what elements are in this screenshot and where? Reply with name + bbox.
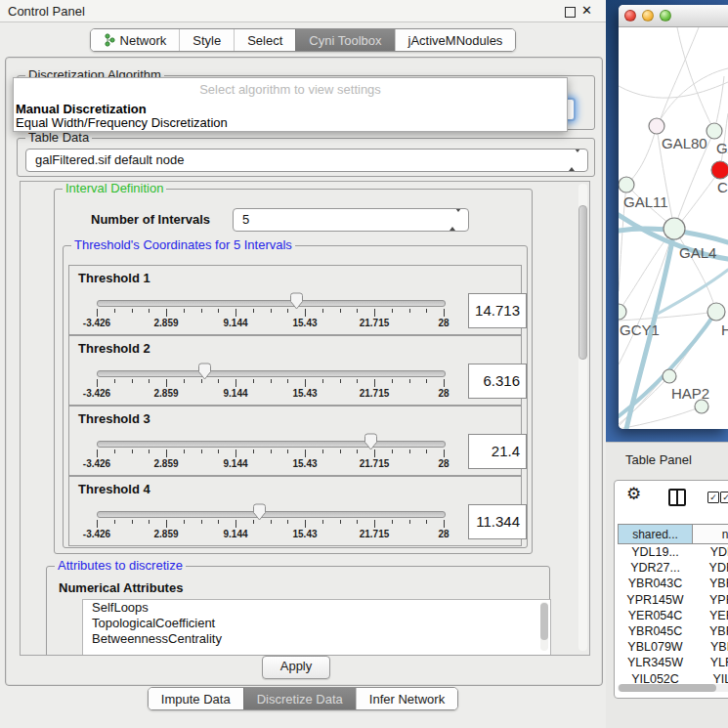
checkbox-checked-icon[interactable]: ✓ (720, 492, 728, 503)
table-row[interactable]: YBR045CYBR0... (618, 623, 728, 639)
tab-discretize-data[interactable]: Discretize Data (243, 688, 356, 709)
slider-thumb[interactable] (197, 363, 212, 380)
tab-infer-network[interactable]: Infer Network (356, 688, 457, 709)
network-node[interactable] (619, 177, 634, 193)
number-of-intervals-spinner[interactable]: 5 (233, 208, 469, 232)
network-node[interactable] (711, 161, 728, 179)
threshold-value-field[interactable]: 11.344 (468, 504, 527, 539)
table-cell: YPR145W (618, 592, 693, 608)
slider-track (97, 441, 446, 448)
tab-label: jActiveMNodules (408, 33, 503, 48)
network-node[interactable] (695, 400, 708, 413)
tab-impute-data[interactable]: Impute Data (149, 688, 243, 709)
threshold-slider[interactable] (97, 291, 444, 311)
attributes-list-scrollbar[interactable] (540, 602, 548, 651)
tab-style[interactable]: Style (179, 29, 234, 51)
attributes-group: Attributes to discretize Numerical Attri… (46, 566, 550, 656)
table-data-combo[interactable]: galFiltered.sif default node (25, 149, 588, 172)
threshold-slider[interactable] (97, 362, 444, 381)
control-panel-titlebar: Control Panel ✕ (0, 0, 606, 22)
slider-thumb[interactable] (364, 433, 378, 450)
table-panel: Table Panel ⚙ ✓ ✓ shared... n... YDL19..… (606, 442, 728, 728)
slider-tick-labels: -3.4262.8599.14415.4321.71528 (97, 529, 444, 540)
threshold-panel: Threshold 411.344-3.4262.8599.14415.4321… (68, 476, 522, 546)
table-cell: YDL1... (693, 544, 728, 560)
table-row[interactable]: YER054CYER0... (618, 608, 728, 623)
settings-vertical-scrollbar[interactable] (578, 184, 587, 651)
attribute-item[interactable]: BetweennessCentrality (83, 631, 550, 647)
network-window-titlebar (619, 5, 728, 27)
network-node[interactable] (619, 304, 626, 320)
slider-thumb[interactable] (289, 292, 304, 310)
algorithm-dropdown-popup: Select algorithm to view settings Manual… (13, 77, 568, 132)
scrollbar-thumb[interactable] (540, 603, 548, 640)
network-node[interactable] (707, 303, 725, 321)
threshold-list: Threshold 114.713-3.4262.8599.14415.4321… (68, 265, 522, 546)
table-panel-body: ⚙ ✓ ✓ shared... n... YDL19...YDL1...YDR2… (614, 480, 728, 699)
algorithm-option-equal-width[interactable]: Equal Width/Frequency Discretization (16, 115, 228, 130)
table-cell: YLR345W (618, 655, 693, 670)
minimize-traffic-light-icon[interactable] (642, 10, 654, 21)
table-cell: YER054C (618, 608, 693, 623)
table-row[interactable]: YDL19...YDL1... (618, 544, 728, 560)
network-node[interactable] (649, 118, 664, 134)
threshold-value-field[interactable]: 14.713 (468, 293, 527, 328)
checkbox-checked-icon[interactable]: ✓ (707, 492, 719, 503)
cyni-toolbox-panel: Discretization Algorithm Table Data galF… (5, 57, 603, 686)
threshold-label: Threshold 1 (78, 271, 150, 285)
tab-network[interactable]: Network (91, 29, 180, 51)
slider-tick-labels: -3.4262.8599.14415.4321.71528 (97, 388, 444, 400)
columns-icon[interactable] (668, 489, 686, 506)
node-label: GA (716, 140, 728, 156)
node-label: GAL4 (679, 244, 716, 261)
scrollbar-thumb[interactable] (578, 205, 587, 360)
network-node[interactable] (663, 369, 676, 383)
tab-jactivemnodules[interactable]: jActiveMNodules (395, 29, 516, 51)
slider-tick-labels: -3.4262.8599.14415.4321.71528 (97, 318, 444, 329)
interval-definition-legend: Interval Definition (63, 181, 166, 195)
table-body: YDL19...YDL1...YDR27...YDR2...YBR043CYBR… (618, 544, 728, 687)
slider-ticks (97, 309, 444, 318)
gear-icon[interactable]: ⚙ (626, 484, 641, 503)
table-row[interactable]: YPR145WYPR1... (618, 592, 728, 608)
tab-select[interactable]: Select (234, 29, 295, 51)
column-header-name[interactable]: n... (693, 524, 728, 544)
threshold-value-field[interactable]: 21.4 (468, 434, 527, 469)
threshold-panel: Threshold 26.316-3.4262.8599.14415.4321.… (68, 335, 522, 406)
network-node[interactable] (664, 218, 685, 239)
scrollbar-thumb[interactable] (619, 684, 716, 692)
table-horizontal-scrollbar[interactable] (618, 684, 728, 692)
table-cell: YDR27... (618, 560, 693, 576)
node-table: shared... n... YDL19...YDL1...YDR27...YD… (618, 524, 728, 687)
network-icon (104, 33, 115, 47)
control-panel-tabs: Network Style Select Cyni Toolbox jActiv… (90, 28, 517, 52)
table-row[interactable]: YLR345WYLR3... (618, 655, 728, 670)
node-label: GCY1 (620, 321, 660, 338)
network-window[interactable]: GAL80GACGAL11GAL4GCY1HHAP2 (619, 5, 728, 429)
number-of-intervals-value: 5 (242, 212, 249, 227)
network-node[interactable] (707, 123, 722, 139)
algorithm-option-manual[interactable]: Manual Discretization (16, 102, 147, 116)
threshold-slider[interactable] (97, 432, 444, 451)
table-row[interactable]: YBL079WYBL0... (618, 639, 728, 655)
slider-thumb[interactable] (252, 503, 267, 521)
table-row[interactable]: YDR27...YDR2... (618, 560, 728, 576)
close-traffic-light-icon[interactable] (624, 10, 636, 21)
apply-button[interactable]: Apply (262, 656, 330, 679)
slider-ticks (97, 450, 444, 458)
network-canvas[interactable]: GAL80GACGAL11GAL4GCY1HHAP2 (619, 27, 728, 429)
float-window-icon[interactable] (565, 7, 576, 18)
tab-cyni-toolbox[interactable]: Cyni Toolbox (295, 29, 394, 51)
tab-label: Impute Data (161, 692, 231, 707)
threshold-panel: Threshold 114.713-3.4262.8599.14415.4321… (68, 265, 522, 335)
table-data-combo-value: galFiltered.sif default node (35, 152, 184, 167)
column-header-shared-name[interactable]: shared... (618, 524, 693, 544)
threshold-value-field[interactable]: 6.316 (468, 364, 527, 399)
close-icon[interactable]: ✕ (581, 3, 592, 18)
table-row[interactable]: YBR043CYBR0... (618, 576, 728, 591)
attribute-item[interactable]: TopologicalCoefficient (83, 616, 550, 631)
zoom-traffic-light-icon[interactable] (660, 10, 671, 21)
threshold-slider[interactable] (97, 502, 444, 522)
attribute-item[interactable]: SelfLoops (83, 600, 550, 616)
algorithm-popup-hint: Select algorithm to view settings (14, 82, 567, 97)
